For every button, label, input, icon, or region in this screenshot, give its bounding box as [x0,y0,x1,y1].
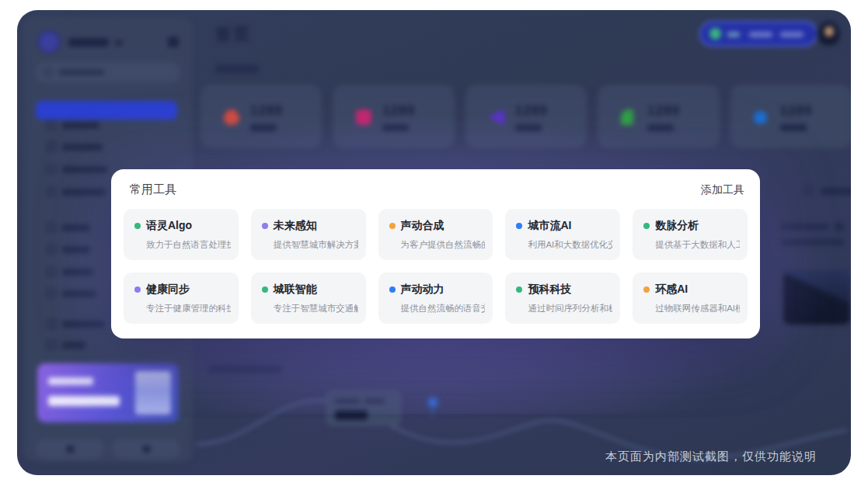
sidebar-search-input[interactable] [36,62,180,82]
common-tools-modal: 常用工具 添加工具 语灵Algo 致力于自然语言处理技术的... 未来感知 提供… [111,169,760,338]
tool-description: 致力于自然语言处理技术的... [146,239,231,251]
sidebar-footer-button-left[interactable] [36,439,104,459]
nav-icon [47,223,56,232]
stat-card[interactable]: 1289 [333,85,453,148]
nav-icon [47,187,56,196]
search-placeholder-blob [59,69,104,75]
strip-button-label-blob [821,188,851,195]
tool-card[interactable]: 声动动力 提供自然流畅的语音交互解... [378,273,493,324]
stat-value: 1289 [515,103,548,119]
globe-icon [143,446,150,453]
strip-badge-blob [835,222,844,231]
flame-icon [224,109,239,125]
tool-card[interactable]: 声动合成 为客户提供自然流畅的语音... [378,209,493,260]
tool-description: 提供智慧城市解决方案的创... [274,239,358,251]
stat-value: 1289 [250,103,283,119]
landscape-thumbnail[interactable] [783,270,850,325]
watermark-note: 本页面为内部测试截图，仅供功能说明 [605,450,817,464]
tool-name: 环感AI [655,283,688,297]
tool-status-dot [516,223,522,229]
tool-status-dot [262,286,268,293]
sidebar-footer-button-right[interactable] [112,439,180,459]
promo-title-blob [48,396,120,406]
tool-card[interactable]: 健康同步 专注于健康管理的科技公司... [124,273,239,324]
search-icon [44,68,53,77]
curve-icon [621,109,633,125]
tool-name: 声动合成 [401,219,444,233]
tool-name: 预科科技 [528,283,571,297]
nav-icon [47,165,56,174]
app-logo [37,30,61,54]
user-avatar[interactable] [816,20,842,46]
promo-subtitle-blob [48,377,93,385]
tool-card[interactable]: 数脉分析 提供基于大数据和人工智能... [633,209,748,260]
modal-title: 常用工具 [130,182,176,197]
tool-card[interactable]: 预科科技 通过时间序列分析和机器学... [505,273,620,324]
tool-name: 语灵Algo [146,219,192,233]
tool-description: 为客户提供自然流畅的语音... [401,239,486,251]
add-tool-button[interactable]: 添加工具 [701,183,744,197]
tool-name: 声动动力 [401,283,444,297]
tool-status-dot [134,286,141,293]
tool-card[interactable]: 城联智能 专注于智慧城市交通解决方... [251,273,366,324]
strip-text-blob [781,224,829,230]
page-title: 首页 [215,23,251,45]
sidebar-collapse-icon[interactable] [168,36,179,47]
tools-grid: 语灵Algo 致力于自然语言处理技术的... 未来感知 提供智慧城市解决方案的创… [124,209,748,324]
promo-card[interactable] [37,363,179,422]
stat-card[interactable]: 1289 [598,85,718,148]
chevron-down-icon[interactable] [115,40,123,45]
moon-icon [67,446,74,453]
play-icon [489,109,504,125]
tooltip-value-blob [335,410,368,420]
tool-card[interactable]: 城市流AI 利用AI和大数据优化交通流... [505,209,620,260]
chart-marker-dot [429,398,437,406]
page: 首页 1289 1289 [0,0,868,486]
tool-name: 未来感知 [274,219,317,233]
strip-text-blob [781,239,845,245]
stat-label-blob [647,124,674,131]
tool-name: 城市流AI [528,219,571,233]
tool-card[interactable]: 未来感知 提供智慧城市解决方案的创... [251,209,366,260]
tool-status-dot [262,223,268,229]
tool-name: 健康同步 [146,283,190,297]
tool-description: 提供基于大数据和人工智能... [655,239,740,251]
tool-description: 专注于健康管理的科技公司... [146,303,231,314]
nav-icon [47,340,56,349]
section-label-blob [215,65,259,73]
stat-card[interactable]: 1289 [201,85,321,148]
modal-header: 常用工具 添加工具 [111,169,760,197]
app-window: 首页 1289 1289 [17,10,851,475]
topbar-status-button[interactable] [699,21,817,47]
badge-icon [356,109,371,125]
stats-row: 1289 1289 1289 1289 [201,85,851,148]
tool-card[interactable]: 环感AI 过物联网传感器和AI模型实... [633,273,748,324]
tool-status-dot [643,223,650,229]
tool-description: 利用AI和大数据优化交通流... [528,239,612,251]
tool-name: 数脉分析 [655,219,699,233]
stat-label-blob [382,124,409,131]
chart-tooltip [326,391,401,425]
stat-value: 1289 [647,103,680,119]
promo-qr-image [135,371,171,415]
stat-value: 1289 [780,103,813,119]
stat-card[interactable]: 1289 [731,85,851,148]
tool-status-dot [516,286,522,293]
nav-icon [47,245,56,254]
tool-description: 通过时间序列分析和机器学... [528,303,612,314]
nav-icon [47,319,56,328]
circle-icon [754,111,767,124]
tool-description: 专注于智慧城市交通解决方... [274,303,358,314]
tool-status-dot [389,223,396,229]
workspace-name [68,38,109,47]
stat-card[interactable]: 1289 [466,85,586,148]
status-dot-icon [709,28,721,40]
nav-icon [47,289,56,298]
tool-card[interactable]: 语灵Algo 致力于自然语言处理技术的... [124,209,239,260]
tool-name: 城联智能 [274,283,317,297]
tool-status-dot [134,223,141,229]
refresh-icon[interactable] [804,186,814,196]
stat-label-blob [780,124,807,131]
tool-description: 过物联网传感器和AI模型实... [655,303,740,314]
sidebar-item-active[interactable] [36,101,177,120]
